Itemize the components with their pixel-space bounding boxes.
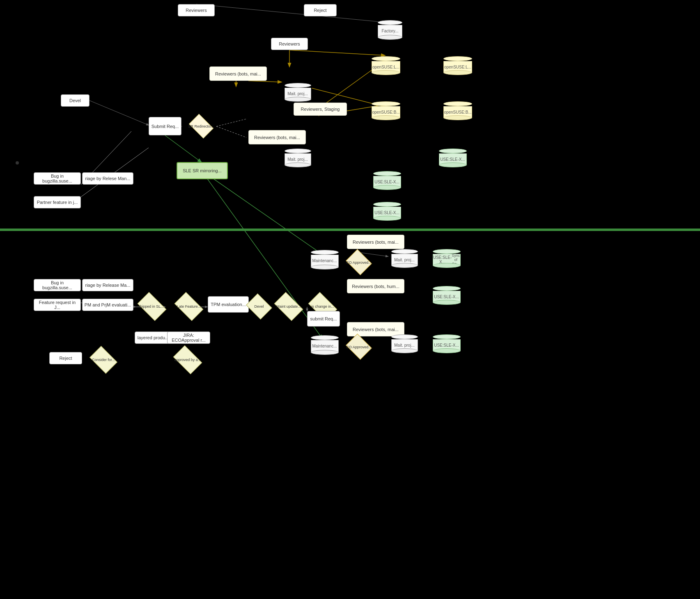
consider-for-node: Consider for... bbox=[87, 350, 120, 370]
reviewers-bots4-node: Reviewers (bots, hum... bbox=[347, 279, 404, 293]
jira-eco-node: JIRA: ECOApproval r... bbox=[167, 332, 210, 344]
reviewers-bots1-node: Reviewers (bots, mai... bbox=[209, 66, 267, 81]
diagram-canvas: Reviewers Reject Factory... Reviewers op… bbox=[0, 0, 700, 599]
mait-proj2-cylinder: Mait. proj... bbox=[281, 146, 314, 170]
svg-line-7 bbox=[165, 135, 201, 162]
svg-line-1 bbox=[196, 4, 388, 23]
use-sle-xx1-cylinder: USE:SLE-X... bbox=[435, 146, 470, 170]
use-sle-xx4-cylinder: USE:SLE-X...Sync of So... bbox=[429, 246, 464, 271]
eco-approved2-node: CO Approved... bbox=[344, 336, 374, 358]
use-sle-xx5-cylinder: USE:SLE-X... bbox=[429, 283, 464, 308]
svg-line-10 bbox=[90, 101, 149, 125]
reject-lower-node: Reject bbox=[49, 352, 82, 364]
triage-release2-node: riage by Release Ma... bbox=[82, 279, 133, 291]
svg-line-11 bbox=[216, 119, 246, 126]
shipped-sl-node: hipped in SL... bbox=[133, 296, 170, 317]
eco-approved1-node: CO Approved... bbox=[344, 251, 374, 274]
reviewers-top-node: Reviewers bbox=[178, 4, 215, 16]
opensuse-l2-cylinder: openSUSE:L... bbox=[439, 53, 476, 78]
mait-proj4-cylinder: Mait. proj... bbox=[388, 332, 421, 356]
tpm-eval-node: TPM evaluation... bbox=[208, 296, 249, 313]
svg-rect-0 bbox=[0, 229, 700, 231]
partner-feature-node: Partner feature in j... bbox=[34, 196, 81, 208]
devel-lower-node: Devel bbox=[244, 296, 274, 317]
maintenance2-cylinder: Maintenanc... bbox=[307, 332, 342, 358]
feature-request-node: Feature request in J... bbox=[34, 299, 81, 311]
bug-bugzilla2-node: Bug in bugzilla.suse... bbox=[34, 279, 81, 291]
reviewers-staging-node: Reviewers, Staging bbox=[294, 103, 347, 116]
opensuse-b2-cylinder: openSUSE:B... bbox=[439, 98, 476, 123]
opensuse-l1-cylinder: openSUSE:L... bbox=[367, 53, 404, 78]
bullet-point1 bbox=[16, 161, 19, 165]
factory-cylinder: Factory... bbox=[374, 16, 406, 43]
is-change-node: is change in... bbox=[306, 296, 340, 317]
pm-prjm-node: PM and PrjM evaluati... bbox=[82, 299, 133, 311]
svg-line-12 bbox=[216, 126, 246, 137]
svg-line-5 bbox=[248, 81, 281, 82]
bug-bugzilla1-node: Bug in bugzilla.suse... bbox=[34, 172, 81, 185]
triage-release1-node: riage by Relese Man... bbox=[82, 172, 133, 185]
devel-top-node: Devel bbox=[61, 94, 90, 107]
mait-proj1-cylinder: Mait. proj... bbox=[281, 80, 314, 105]
reject-top-node: Reject bbox=[304, 4, 337, 16]
reviewers-mid-node: Reviewers bbox=[271, 38, 308, 50]
layered-prod-node: layered produ... bbox=[135, 332, 172, 344]
sle-mirroring-node: SLE SR mirroring... bbox=[177, 162, 228, 179]
use-sle-xx2-cylinder: USE:SLE-X... bbox=[370, 168, 404, 193]
reviewers-bots2-node: Reviewers (bots, mai... bbox=[248, 130, 306, 144]
late-feature-node: Late Feature... bbox=[170, 296, 207, 317]
mait-proj3-cylinder: Mait. proj... bbox=[388, 246, 421, 271]
use-sle-xx6-cylinder: USE:SLE-X... bbox=[429, 332, 464, 356]
svg-line-8 bbox=[201, 170, 322, 254]
opensuse-b1-cylinder: openSUSE:B... bbox=[367, 98, 404, 123]
approved-by-node: approved by a... bbox=[169, 350, 206, 370]
use-sle-xx3-cylinder: USE:SLE-X... bbox=[370, 199, 404, 224]
maintenance1-cylinder: Maintenanc... bbox=[307, 246, 342, 273]
maint-update-node: Maint update... bbox=[270, 296, 307, 317]
sr-redirect-node: SR Redirectio... bbox=[187, 117, 216, 135]
submit-req-node: Submit Req... bbox=[149, 117, 181, 135]
